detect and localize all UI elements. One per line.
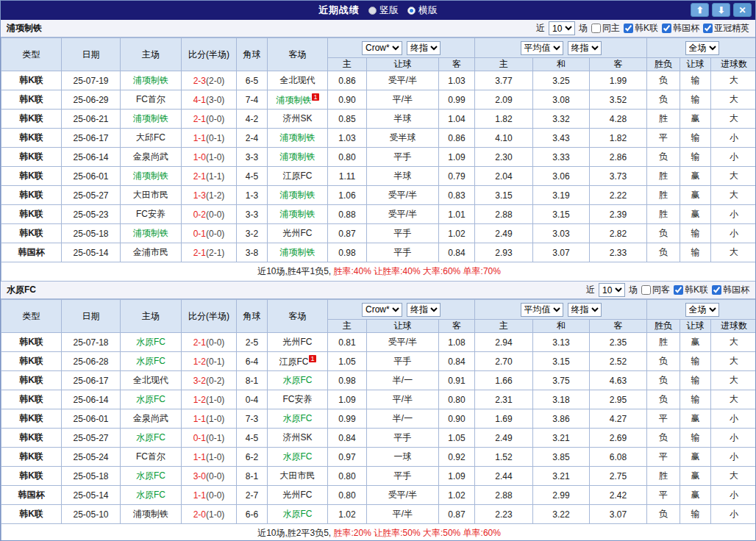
euro-draw-odds: 3.07 — [533, 243, 590, 262]
filter-option[interactable]: 韩K联 — [624, 22, 658, 35]
match-date: 25-06-14 — [62, 148, 121, 167]
table-row[interactable]: 韩K联25-05-27大田市民1-3(1-2)1-3浦项制铁1.06受平/半0.… — [1, 186, 756, 205]
away-team-cell: 水原FC — [268, 505, 328, 524]
average-odds-select[interactable]: 平均值 — [521, 303, 563, 317]
table-row[interactable]: 韩K联25-06-14水原FC1-2(1-0)0-4FC安养1.09平/半0.8… — [1, 390, 756, 409]
match-date: 25-06-28 — [62, 352, 121, 371]
filter-controls: 近10场同客韩K联韩国杯 — [586, 283, 749, 297]
handicap-line: 受平/半 — [367, 205, 439, 224]
table-row[interactable]: 韩K联25-05-27水原FC0-1(0-1)4-5济州SK0.84平手1.05… — [1, 429, 756, 448]
euro-away-odds: 1.99 — [590, 71, 647, 90]
asian-away-odds: 1.08 — [439, 333, 475, 352]
table-row[interactable]: 韩K联25-05-18水原FC3-0(0-0)8-1大田市民0.80平手1.09… — [1, 467, 756, 486]
asian-home-odds: 0.98 — [328, 371, 367, 390]
filter-checkbox[interactable] — [674, 285, 683, 295]
euro-draw-odds: 2.99 — [533, 486, 590, 505]
result-handicap: 赢 — [680, 486, 711, 505]
home-team-name: 浦项制铁 — [133, 228, 168, 238]
table-row[interactable]: 韩K联25-06-17全北现代3-2(0-2)8-1水原FC0.98半/一0.9… — [1, 371, 756, 390]
result-wdl: 平 — [647, 448, 680, 467]
average-odds-select[interactable]: 平均值 — [521, 41, 563, 55]
table-row[interactable]: 韩K联25-07-18水原FC2-1(0-0)2-5光州FC0.81受平/半1.… — [1, 333, 756, 352]
table-row[interactable]: 韩K联25-07-19浦项制铁2-3(2-0)6-5全北现代0.86受平/半1.… — [1, 71, 756, 90]
fulltime-score: 1-1 — [193, 490, 206, 501]
filter-checkbox[interactable] — [662, 24, 671, 33]
table-row[interactable]: 韩K联25-05-24FC首尔1-1(1-0)6-2水原FC0.97一球0.92… — [1, 448, 756, 467]
table-row[interactable]: 韩K联25-06-14金泉尚武1-0(1-0)3-3浦项制铁0.80平手1.09… — [1, 148, 756, 167]
match-score-cell: 1-0(1-0) — [182, 148, 237, 167]
filter-option[interactable]: 同客 — [641, 284, 670, 296]
result-wdl: 负 — [647, 505, 680, 524]
asian-away-odds: 0.80 — [439, 390, 475, 409]
halftime-score: (1-0) — [206, 152, 224, 162]
result-goals: 大 — [711, 167, 756, 186]
final-odds-select[interactable]: 终指 — [568, 303, 602, 317]
halftime-score: (0-0) — [206, 471, 224, 481]
euro-home-odds: 2.49 — [475, 429, 533, 448]
final-odds-select[interactable]: 终指 — [407, 41, 441, 55]
table-row[interactable]: 韩国杯25-05-14金浦市民2-1(2-1)3-8浦项制铁0.98平手0.84… — [1, 243, 756, 262]
away-team-name: 光州FC — [283, 337, 313, 347]
table-row[interactable]: 韩K联25-06-21浦项制铁2-1(0-0)4-2济州SK0.85半球1.04… — [1, 110, 756, 129]
match-scope-select[interactable]: 全场 — [685, 41, 719, 55]
result-handicap: 赢 — [680, 448, 711, 467]
table-row[interactable]: 韩K联25-05-23FC安养0-2(0-0)3-3浦项制铁0.88受平/半1.… — [1, 205, 756, 224]
euro-home-odds: 2.88 — [475, 205, 533, 224]
recent-count-select[interactable]: 10 — [599, 283, 625, 297]
corner-score: 2-5 — [237, 333, 268, 352]
away-team-name: 浦项制铁 — [280, 247, 315, 257]
euro-away-odds: 2.35 — [590, 333, 647, 352]
euro-home-odds: 2.70 — [475, 352, 533, 371]
filter-option[interactable]: 亚冠精英 — [703, 22, 749, 35]
filter-checkbox[interactable] — [703, 24, 713, 33]
euro-away-odds: 4.27 — [590, 409, 647, 429]
bookmaker-select[interactable]: Crow* — [362, 41, 402, 55]
close-button[interactable]: ✕ — [733, 3, 752, 17]
result-wdl: 负 — [647, 243, 680, 262]
final-odds-select[interactable]: 终指 — [568, 41, 602, 55]
filter-checkbox[interactable] — [641, 285, 651, 295]
home-team-cell: 金泉尚武 — [121, 148, 182, 167]
column-header: 客场 — [268, 38, 328, 71]
layout-radio-vertical[interactable]: 竖版 — [368, 4, 399, 17]
titlebar-center: 近期战绩 竖版 横版 — [318, 4, 438, 17]
league-badge: 韩K联 — [1, 205, 62, 224]
table-row[interactable]: 韩K联25-06-01金泉尚武1-1(1-0)7-3水原FC0.99半/一0.9… — [1, 409, 756, 429]
table-row[interactable]: 韩K联25-06-01浦项制铁2-1(1-1)4-5江原FC1.11半球0.79… — [1, 167, 756, 186]
filter-option[interactable]: 韩国杯 — [712, 284, 749, 296]
match-date: 25-06-01 — [62, 167, 121, 186]
table-row[interactable]: 韩K联25-06-17大邱FC1-1(0-1)2-4浦项制铁1.03受半球0.8… — [1, 129, 756, 148]
filter-option[interactable]: 韩K联 — [674, 284, 708, 296]
column-header: 类型 — [1, 38, 62, 71]
away-team-name: 浦项制铁 — [280, 151, 315, 162]
euro-draw-odds: 3.25 — [533, 71, 590, 90]
filter-checkbox[interactable] — [712, 285, 721, 295]
home-team-name: 浦项制铁 — [133, 509, 168, 519]
layout-radio-horizontal[interactable]: 横版 — [407, 4, 438, 17]
away-team-cell: 水原FC — [268, 448, 328, 467]
asian-home-odds: 0.80 — [328, 467, 367, 486]
table-row[interactable]: 韩K联25-06-29FC首尔4-1(3-0)7-4浦项制铁10.90平/半0.… — [1, 90, 756, 110]
scroll-up-button[interactable]: ⬆ — [691, 3, 709, 17]
final-odds-select[interactable]: 终指 — [407, 303, 441, 317]
euro-draw-odds: 3.21 — [533, 467, 590, 486]
recent-count-select[interactable]: 10 — [549, 21, 575, 35]
asian-home-odds: 0.80 — [328, 148, 367, 167]
filter-checkbox[interactable] — [624, 24, 633, 33]
home-team-cell: 水原FC — [121, 352, 182, 371]
handicap-line: 受半球 — [367, 129, 439, 148]
bookmaker-select[interactable]: Crow* — [362, 303, 402, 317]
team-name: 浦项制铁 — [7, 22, 42, 35]
filter-option[interactable]: 韩国杯 — [662, 22, 699, 35]
table-row[interactable]: 韩国杯25-05-14水原FC1-1(0-0)2-7光州FC0.80受平/半1.… — [1, 486, 756, 505]
table-row[interactable]: 韩K联25-05-10浦项制铁2-0(1-0)6-6水原FC1.02平/半0.8… — [1, 505, 756, 524]
filter-checkbox[interactable] — [591, 24, 601, 33]
halftime-score: (0-0) — [206, 229, 224, 239]
table-row[interactable]: 韩K联25-06-28水原FC1-2(0-1)6-4江原FC11.05平手0.8… — [1, 352, 756, 371]
filter-option[interactable]: 同主 — [591, 22, 620, 35]
result-handicap: 赢 — [680, 110, 711, 129]
scroll-down-button[interactable]: ⬇ — [712, 3, 730, 17]
match-scope-select[interactable]: 全场 — [685, 303, 719, 317]
table-row[interactable]: 韩K联25-05-18浦项制铁0-1(0-0)3-2光州FC0.87平手1.02… — [1, 224, 756, 243]
red-card-badge: 1 — [309, 355, 315, 362]
